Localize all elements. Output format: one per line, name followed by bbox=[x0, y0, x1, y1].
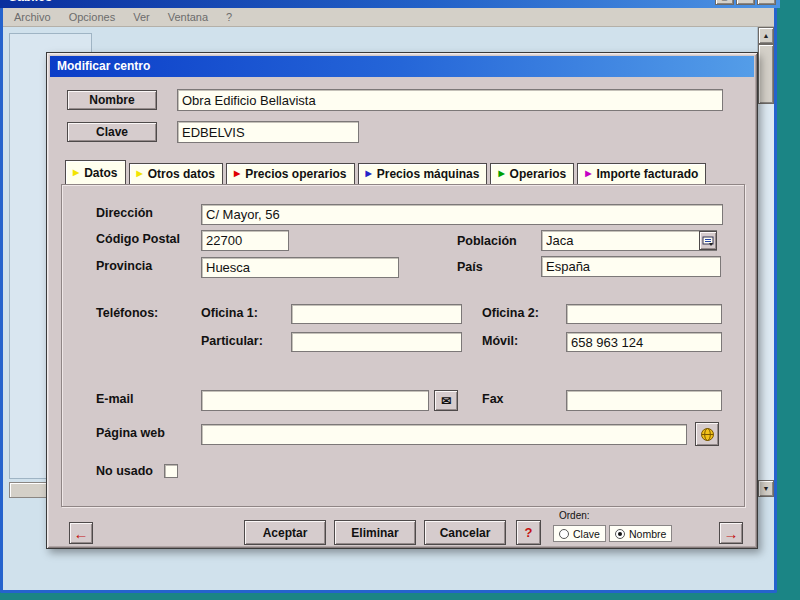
tab-label: Datos bbox=[84, 166, 117, 180]
tab-marker-icon: ▶ bbox=[73, 169, 79, 177]
fax-label: Fax bbox=[482, 392, 504, 406]
oficina2-input[interactable] bbox=[566, 304, 722, 324]
main-window-titlebar[interactable]: Gábilos _ □ × bbox=[0, 0, 780, 8]
help-button[interactable]: ? bbox=[516, 520, 541, 545]
fax-input[interactable] bbox=[566, 390, 722, 411]
menu-item-help[interactable]: ? bbox=[217, 9, 241, 25]
movil-label: Móvil: bbox=[482, 334, 518, 348]
cancelar-button[interactable]: Cancelar bbox=[424, 520, 506, 545]
dialog-titlebar[interactable]: Modificar centro bbox=[50, 56, 754, 77]
direccion-input[interactable] bbox=[201, 204, 723, 225]
email-input[interactable] bbox=[201, 390, 429, 411]
email-button[interactable]: ✉ bbox=[434, 390, 458, 411]
minimize-icon[interactable]: _ bbox=[715, 0, 734, 5]
menu-bar: Archivo Opciones Ver Ventana ? bbox=[3, 8, 774, 27]
scrollbar-thumb[interactable] bbox=[758, 44, 774, 104]
particular-label: Particular: bbox=[201, 334, 263, 348]
movil-input[interactable] bbox=[566, 332, 722, 352]
tab-label: Importe facturado bbox=[596, 167, 698, 181]
modificar-centro-dialog: Modificar centro Nombre Clave ▶ Datos ▶ … bbox=[46, 52, 758, 549]
pagina-web-input[interactable] bbox=[201, 424, 687, 445]
nombre-button[interactable]: Nombre bbox=[67, 90, 157, 110]
codigo-postal-input[interactable] bbox=[201, 230, 289, 251]
menu-item-opciones[interactable]: Opciones bbox=[60, 9, 124, 25]
tab-label: Precios máquinas bbox=[377, 167, 480, 181]
window-controls: _ □ × bbox=[715, 0, 776, 5]
poblacion-dropdown-icon bbox=[702, 235, 714, 247]
pais-label: País bbox=[457, 260, 483, 274]
tab-marker-icon: ▶ bbox=[366, 170, 372, 178]
oficina1-input[interactable] bbox=[291, 304, 462, 324]
globe-icon bbox=[700, 427, 715, 442]
background-toolbar-fragment bbox=[9, 482, 47, 498]
email-label: E-mail bbox=[96, 392, 134, 406]
tab-label: Otros datos bbox=[148, 167, 215, 181]
pais-input[interactable] bbox=[541, 256, 721, 277]
tab-marker-icon: ▶ bbox=[585, 170, 591, 178]
scroll-up-icon[interactable]: ▲ bbox=[758, 27, 774, 44]
codigo-postal-label: Código Postal bbox=[96, 232, 180, 246]
no-usado-label: No usado bbox=[96, 464, 153, 478]
tab-marker-icon: ▶ bbox=[234, 170, 240, 178]
eliminar-button[interactable]: Eliminar bbox=[334, 520, 416, 545]
orden-radio-clave[interactable]: Clave bbox=[553, 525, 606, 542]
tab-marker-icon: ▶ bbox=[498, 170, 504, 178]
radio-label: Clave bbox=[573, 528, 600, 540]
no-usado-checkbox[interactable] bbox=[164, 464, 178, 478]
forward-arrow-icon[interactable]: → bbox=[719, 522, 743, 544]
radio-icon bbox=[615, 529, 625, 539]
orden-label: Orden: bbox=[559, 510, 590, 521]
menu-item-archivo[interactable]: Archivo bbox=[5, 9, 60, 25]
vertical-scrollbar[interactable]: ▲ ▼ bbox=[757, 27, 774, 497]
back-arrow-icon[interactable]: ← bbox=[69, 522, 93, 544]
telefonos-label: Teléfonos: bbox=[96, 306, 158, 320]
tab-precios-operarios[interactable]: ▶ Precios operarios bbox=[226, 163, 355, 185]
tab-otros-datos[interactable]: ▶ Otros datos bbox=[129, 163, 224, 185]
tab-importe-facturado[interactable]: ▶ Importe facturado bbox=[577, 163, 706, 185]
provincia-label: Provincia bbox=[96, 259, 152, 273]
tab-precios-maquinas[interactable]: ▶ Precios máquinas bbox=[358, 163, 488, 185]
direccion-label: Dirección bbox=[96, 206, 153, 220]
tab-label: Precios operarios bbox=[245, 167, 346, 181]
poblacion-input[interactable] bbox=[541, 230, 717, 251]
clave-button[interactable]: Clave bbox=[67, 122, 157, 142]
tab-operarios[interactable]: ▶ Operarios bbox=[490, 163, 574, 185]
scroll-down-icon[interactable]: ▼ bbox=[758, 480, 774, 497]
nombre-input[interactable] bbox=[177, 89, 723, 111]
pagina-web-button[interactable] bbox=[695, 422, 719, 446]
maximize-icon[interactable]: □ bbox=[736, 0, 755, 5]
pagina-web-label: Página web bbox=[96, 426, 165, 440]
aceptar-button[interactable]: Aceptar bbox=[244, 520, 326, 545]
radio-label: Nombre bbox=[629, 528, 666, 540]
clave-input[interactable] bbox=[177, 121, 359, 143]
menu-item-ventana[interactable]: Ventana bbox=[159, 9, 217, 25]
tab-label: Operarios bbox=[510, 167, 567, 181]
orden-radio-nombre[interactable]: Nombre bbox=[609, 525, 672, 542]
tab-strip: ▶ Datos ▶ Otros datos ▶ Precios operario… bbox=[65, 160, 709, 185]
provincia-input[interactable] bbox=[201, 257, 399, 278]
particular-input[interactable] bbox=[291, 332, 462, 352]
dialog-title: Modificar centro bbox=[57, 59, 150, 73]
poblacion-label: Población bbox=[457, 234, 517, 248]
tab-marker-icon: ▶ bbox=[137, 170, 143, 178]
oficina2-label: Oficina 2: bbox=[482, 306, 539, 320]
tab-datos[interactable]: ▶ Datos bbox=[65, 160, 126, 185]
poblacion-dropdown-button[interactable] bbox=[699, 231, 717, 250]
oficina1-label: Oficina 1: bbox=[201, 306, 258, 320]
email-icon: ✉ bbox=[441, 394, 451, 408]
main-window-title: Gábilos bbox=[8, 0, 52, 4]
radio-icon bbox=[559, 529, 569, 539]
menu-item-ver[interactable]: Ver bbox=[124, 9, 159, 25]
close-icon[interactable]: × bbox=[757, 0, 776, 5]
